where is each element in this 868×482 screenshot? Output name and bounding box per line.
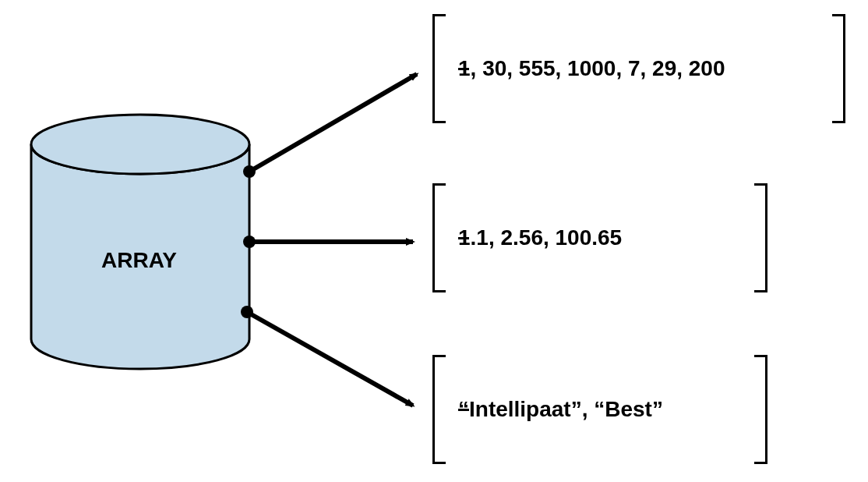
svg-line-2 [249,74,417,172]
example-strings-text: “Intellipaat”, “Best” [458,397,663,422]
cylinder-label: ARRAY [101,248,177,273]
example-strings: “Intellipaat”, “Best” [432,355,767,464]
svg-point-0 [31,115,249,174]
arrow-to-strings [241,306,413,406]
example-integers-text: 1, 30, 555, 1000, 7, 29, 200 [458,56,725,81]
array-cylinder [31,115,249,369]
svg-line-6 [247,312,413,406]
example-integers: 1, 30, 555, 1000, 7, 29, 200 [432,14,845,123]
example-floats-text: 1.1, 2.56, 100.65 [458,225,622,250]
arrow-to-integers [243,74,417,178]
arrow-to-floats [243,236,413,248]
example-floats: 1.1, 2.56, 100.65 [432,183,767,292]
